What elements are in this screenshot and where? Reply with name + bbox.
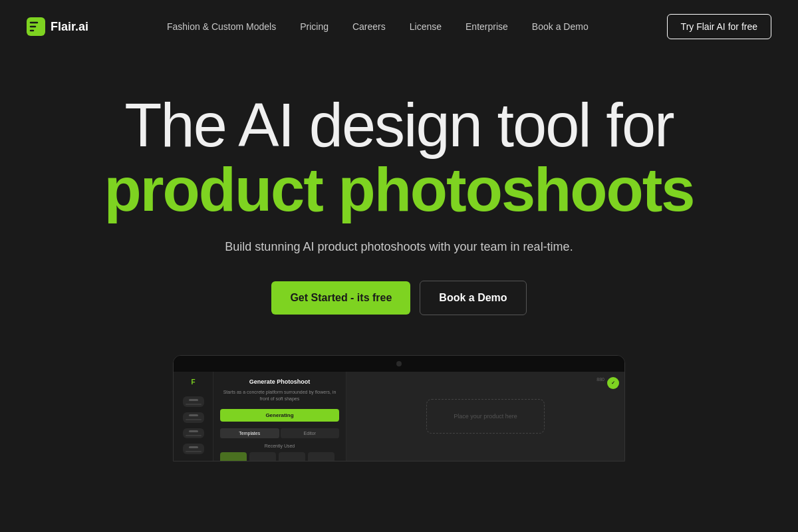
panel-subtitle: Starts as a concrete platform surrounded…: [220, 389, 339, 402]
sidebar-icon-arts[interactable]: [183, 396, 204, 407]
nav-links: Fashion & Custom Models Pricing Careers …: [167, 21, 589, 33]
thumbnail-row: [220, 452, 339, 462]
nav-item-book-demo[interactable]: Book a Demo: [532, 21, 589, 32]
nav-item-enterprise[interactable]: Enterprise: [466, 21, 508, 32]
book-demo-button[interactable]: Book a Demo: [420, 281, 526, 315]
generate-button[interactable]: Generating: [220, 409, 339, 422]
sidebar-icon-arts-label: [186, 404, 201, 405]
nav-item-license[interactable]: License: [410, 21, 442, 32]
sidebar-icon-gallery-icon: [189, 430, 198, 432]
laptop-bar: [174, 356, 624, 372]
sidebar-icon-generate-label: [186, 419, 201, 420]
sidebar-icon-generate[interactable]: [183, 412, 204, 423]
navbar: Flair.ai Fashion & Custom Models Pricing…: [0, 0, 798, 53]
sidebar-icon-generate-icon: [189, 414, 198, 416]
tab-editor[interactable]: Editor: [281, 428, 340, 438]
app-preview: F: [173, 355, 625, 462]
top-right-badge: ✓: [607, 377, 619, 389]
sidebar-icon-person-icon: [189, 446, 198, 448]
nav-item-pricing[interactable]: Pricing: [300, 21, 329, 32]
nav-item-fashion-models[interactable]: Fashion & Custom Models: [167, 21, 276, 32]
sidebar-icon-person-label: [186, 451, 201, 452]
tab-templates[interactable]: Templates: [220, 428, 279, 438]
nav-item-careers[interactable]: Careers: [352, 21, 386, 32]
laptop-camera: [396, 361, 402, 366]
app-main: Generate Photoshoot Starts as a concrete…: [213, 372, 624, 461]
logo-link[interactable]: Flair.ai: [27, 17, 88, 36]
app-preview-container: F: [173, 355, 625, 462]
logo-text: Flair.ai: [51, 20, 88, 34]
thumb-1: [220, 452, 247, 462]
hero-section: The AI design tool for product photoshoo…: [0, 53, 798, 462]
thumb-3: [279, 452, 305, 462]
app-sidebar: F: [174, 372, 213, 461]
hero-title-line2: product photoshoots: [104, 158, 694, 222]
thumb-4: [308, 452, 334, 462]
canvas-placeholder: Place your product here: [426, 399, 545, 434]
sidebar-icon-gallery-label: [186, 435, 201, 436]
panel-title: Generate Photoshoot: [220, 378, 339, 385]
sidebar-icon-person[interactable]: [183, 444, 204, 454]
app-canvas: 880 ✓ Place your product here: [346, 372, 624, 461]
sidebar-icon-arts-icon: [189, 399, 198, 401]
recently-used-label: Recently Used: [220, 444, 339, 448]
get-started-button[interactable]: Get Started - its free: [271, 281, 410, 315]
hero-title-line1: The AI design tool for: [104, 93, 694, 158]
hero-buttons: Get Started - its free Book a Demo: [271, 281, 526, 315]
sidebar-logo-icon: F: [191, 378, 195, 386]
thumb-2: [249, 452, 276, 462]
nav-cta-button[interactable]: Try Flair AI for free: [667, 14, 771, 39]
app-left-panel: Generate Photoshoot Starts as a concrete…: [213, 372, 346, 461]
hero-subtitle: Build stunning AI product photoshoots wi…: [225, 240, 573, 254]
resolution-badge: 880: [597, 377, 604, 382]
panel-tabs: Templates Editor: [220, 428, 339, 438]
sidebar-icon-gallery[interactable]: [183, 428, 204, 439]
